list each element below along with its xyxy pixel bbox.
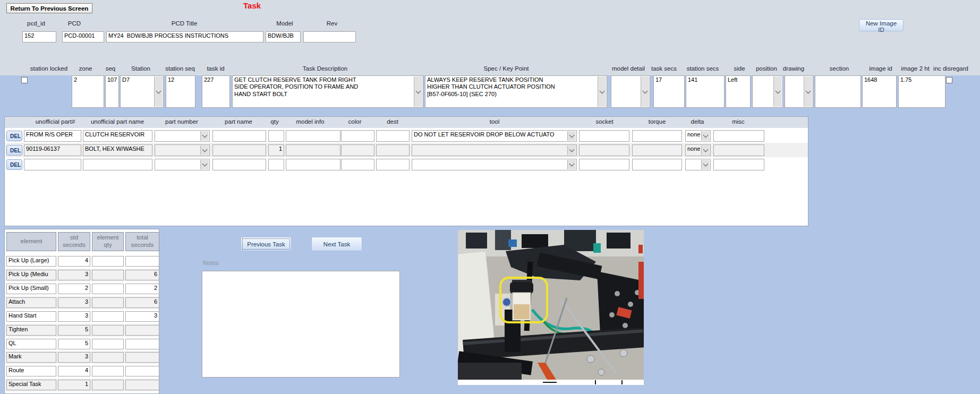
element-qty-cell[interactable] bbox=[92, 311, 124, 322]
torque-cell[interactable] bbox=[632, 144, 682, 156]
std-seconds-cell[interactable]: 3 bbox=[58, 311, 90, 322]
station-combo[interactable]: D7 bbox=[120, 75, 164, 108]
socket-header: socket bbox=[595, 118, 613, 125]
part-name-cell[interactable] bbox=[212, 144, 266, 156]
tool-combo[interactable] bbox=[412, 144, 577, 156]
model-info-cell[interactable] bbox=[286, 130, 340, 142]
element-qty-cell[interactable] bbox=[92, 256, 124, 267]
element-qty-cell[interactable] bbox=[92, 380, 124, 390]
element-qty-cell[interactable] bbox=[92, 366, 124, 376]
unofficial-part-number-cell[interactable]: FROM R/S OPER bbox=[24, 130, 81, 142]
socket-cell[interactable] bbox=[579, 144, 629, 156]
task-id-field[interactable]: 227 bbox=[202, 75, 230, 108]
unofficial-part-name-cell[interactable] bbox=[83, 159, 152, 170]
model-info-cell[interactable] bbox=[286, 144, 340, 156]
element-qty-cell[interactable] bbox=[92, 339, 124, 349]
side-field[interactable]: Left bbox=[726, 75, 751, 108]
std-seconds-cell[interactable]: 5 bbox=[58, 325, 90, 336]
unofficial-part-name-cell[interactable]: CLUTCH RESERVOIR bbox=[83, 130, 152, 142]
pcd-field[interactable]: PCD-00001 bbox=[62, 31, 104, 42]
std-seconds-cell[interactable]: 1 bbox=[58, 380, 90, 390]
color-cell[interactable] bbox=[341, 130, 374, 142]
misc-cell[interactable] bbox=[713, 159, 764, 170]
qty-cell[interactable] bbox=[268, 159, 284, 170]
misc-cell[interactable] bbox=[713, 144, 764, 156]
std-seconds-cell[interactable]: 3 bbox=[58, 270, 90, 280]
tick-mark bbox=[595, 380, 596, 384]
model-field[interactable]: BDW/BJB bbox=[266, 31, 301, 42]
task-description-combo[interactable]: GET CLUTCH RESERVE TANK FROM RIGHT SIDE … bbox=[232, 75, 423, 108]
unofficial-part-number-cell[interactable]: 90119-06137 bbox=[24, 144, 81, 156]
next-task-button[interactable]: Next Task bbox=[311, 237, 362, 251]
part-name-cell[interactable] bbox=[212, 159, 266, 170]
qty-cell[interactable] bbox=[268, 130, 284, 142]
drawing-combo[interactable] bbox=[785, 75, 813, 108]
element-qty-cell[interactable] bbox=[92, 284, 124, 294]
unofficial-part-name-cell[interactable]: BOLT, HEX W/WASHE bbox=[83, 144, 152, 156]
misc-cell[interactable] bbox=[713, 130, 764, 142]
element-qty-cell[interactable] bbox=[92, 325, 124, 336]
delete-row-button[interactable]: DEL bbox=[6, 131, 22, 141]
unofficial-part-number-cell[interactable] bbox=[24, 159, 81, 170]
model-info-cell[interactable] bbox=[286, 159, 340, 170]
socket-cell[interactable] bbox=[579, 159, 629, 170]
total-seconds-cell: 3 bbox=[125, 311, 159, 322]
dest-cell[interactable] bbox=[376, 159, 410, 170]
inc-disregard-checkbox[interactable] bbox=[946, 77, 952, 83]
element-qty-cell[interactable] bbox=[92, 352, 124, 363]
previous-task-button[interactable]: Previous Task bbox=[241, 237, 292, 251]
delta-combo[interactable] bbox=[685, 159, 711, 170]
notes-label: Notes bbox=[203, 260, 219, 266]
photo-bottom-strip bbox=[458, 380, 644, 385]
pcd-id-field[interactable]: 152 bbox=[22, 31, 56, 42]
station-seq-field[interactable]: 12 bbox=[166, 75, 195, 108]
return-previous-screen-button[interactable]: Return To Previous Screen bbox=[6, 3, 92, 13]
new-image-id-button[interactable]: New Image ID bbox=[859, 19, 904, 31]
image-id-field[interactable]: 1648 bbox=[862, 75, 897, 108]
delete-row-button[interactable]: DEL bbox=[6, 145, 22, 156]
rev-label: Rev bbox=[327, 20, 337, 27]
part-name-cell[interactable] bbox=[212, 130, 266, 142]
seq-field[interactable]: 107 bbox=[105, 75, 119, 108]
torque-cell[interactable] bbox=[632, 159, 682, 170]
spec-key-point-combo[interactable]: ALWAYS KEEP RESERVE TANK POSITION HIGHER… bbox=[425, 75, 607, 108]
station-secs-field[interactable]: 141 bbox=[686, 75, 725, 108]
part-number-combo[interactable] bbox=[155, 144, 210, 156]
station-locked-checkbox[interactable] bbox=[21, 77, 28, 83]
tool-combo[interactable]: DO NOT LET RESERVOIR DROP BELOW ACTUATO bbox=[412, 130, 577, 142]
zone-field[interactable]: 2 bbox=[72, 75, 104, 108]
element-qty-cell[interactable] bbox=[92, 297, 124, 308]
part-number-combo[interactable] bbox=[155, 159, 210, 170]
delta-combo[interactable]: none bbox=[685, 144, 711, 156]
std-seconds-cell[interactable]: 3 bbox=[58, 297, 90, 308]
std-seconds-cell[interactable]: 4 bbox=[58, 366, 90, 376]
model-detail-combo[interactable] bbox=[611, 75, 650, 108]
section-field[interactable] bbox=[815, 75, 861, 108]
task-secs-field[interactable]: 17 bbox=[653, 75, 685, 108]
torque-cell[interactable] bbox=[632, 130, 682, 142]
position-combo[interactable] bbox=[752, 75, 783, 108]
pcd-title-field[interactable]: MY24 BDW/BJB PROCESS INSTRUCTIONS bbox=[106, 31, 263, 42]
image-2-ht-field[interactable]: 1.75 bbox=[898, 75, 945, 108]
part-number-combo[interactable] bbox=[155, 130, 210, 142]
station-label: Station bbox=[131, 65, 150, 72]
rev-field[interactable] bbox=[303, 31, 356, 42]
total-seconds-cell bbox=[125, 366, 159, 376]
delta-combo[interactable]: none bbox=[685, 130, 711, 142]
delete-row-button[interactable]: DEL bbox=[6, 159, 22, 170]
std-seconds-cell[interactable]: 2 bbox=[58, 284, 90, 294]
delta-value: none bbox=[687, 145, 700, 152]
socket-cell[interactable] bbox=[579, 130, 629, 142]
std-seconds-cell[interactable]: 3 bbox=[58, 352, 90, 363]
element-qty-cell[interactable] bbox=[92, 270, 124, 280]
std-seconds-cell[interactable]: 5 bbox=[58, 339, 90, 349]
color-cell[interactable] bbox=[341, 144, 374, 156]
color-cell[interactable] bbox=[341, 159, 374, 170]
dest-cell[interactable] bbox=[376, 130, 410, 142]
qty-cell[interactable]: 1 bbox=[268, 144, 284, 156]
dest-cell[interactable] bbox=[376, 144, 410, 156]
pcd-id-label: pcd_id bbox=[27, 20, 45, 27]
std-seconds-cell[interactable]: 4 bbox=[58, 256, 90, 267]
tool-combo[interactable] bbox=[412, 159, 577, 170]
notes-textarea[interactable] bbox=[202, 271, 400, 378]
